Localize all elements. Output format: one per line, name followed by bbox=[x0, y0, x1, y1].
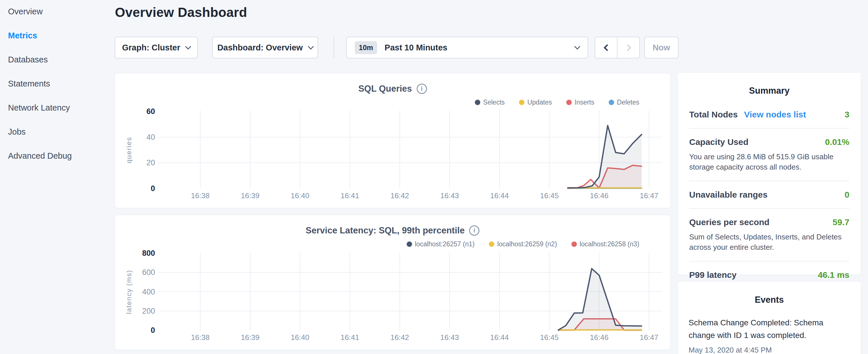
page-title: Overview Dashboard bbox=[115, 5, 247, 20]
svg-text:16:38: 16:38 bbox=[191, 333, 210, 342]
svg-text:16:40: 16:40 bbox=[290, 191, 309, 200]
graph-dropdown[interactable]: Graph: Cluster bbox=[115, 37, 198, 58]
chevron-right-icon bbox=[624, 44, 631, 51]
p99-latency-value: 46.1 ms bbox=[818, 270, 849, 280]
capacity-used-row: Capacity Used 0.01% bbox=[689, 137, 849, 147]
svg-text:0: 0 bbox=[151, 184, 155, 193]
event-entry-text: Schema Change Completed: Schema change w… bbox=[689, 317, 840, 342]
now-button-label: Now bbox=[652, 43, 670, 53]
total-nodes-value: 3 bbox=[844, 110, 849, 120]
svg-text:16:42: 16:42 bbox=[390, 333, 409, 342]
divider bbox=[689, 208, 849, 209]
queries-per-second-value: 59.7 bbox=[833, 217, 849, 227]
svg-text:20: 20 bbox=[147, 158, 155, 167]
now-button[interactable]: Now bbox=[644, 37, 679, 58]
sidebar-item-metrics[interactable]: Metrics bbox=[8, 31, 115, 40]
svg-text:16:41: 16:41 bbox=[340, 191, 359, 200]
svg-text:16:40: 16:40 bbox=[290, 333, 309, 342]
sidebar-item-advanced-debug[interactable]: Advanced Debug bbox=[8, 151, 115, 161]
svg-text:16:39: 16:39 bbox=[241, 333, 259, 342]
sidebar-item-statements[interactable]: Statements bbox=[8, 79, 115, 89]
divider bbox=[689, 128, 849, 129]
capacity-used-description: You are using 28.6 MiB of 515.9 GiB usab… bbox=[689, 152, 849, 172]
service-latency-chart-panel: Service Latency: SQL, 99th percentile i … bbox=[115, 215, 671, 350]
divider bbox=[689, 261, 849, 261]
prev-time-button[interactable] bbox=[595, 37, 617, 58]
unavailable-ranges-value: 0 bbox=[844, 190, 849, 200]
graph-dropdown-label: Graph: Cluster bbox=[122, 43, 180, 53]
chevron-left-icon bbox=[603, 44, 610, 51]
controls-divider bbox=[334, 37, 334, 58]
p99-latency-label: P99 latency bbox=[689, 270, 737, 280]
sidebar-item-databases[interactable]: Databases bbox=[8, 55, 115, 64]
dashboard-dropdown-label: Dashboard: Overview bbox=[217, 43, 303, 53]
svg-text:queries: queries bbox=[125, 137, 133, 164]
sql-queries-chart-panel: SQL Queries i SelectsUpdatesInsertsDelet… bbox=[115, 73, 671, 208]
total-nodes-label: Total Nodes bbox=[689, 110, 738, 120]
svg-text:16:44: 16:44 bbox=[490, 333, 509, 342]
events-title: Events bbox=[689, 295, 850, 305]
time-range-label: Past 10 Minutes bbox=[384, 43, 569, 53]
next-time-button[interactable] bbox=[617, 37, 639, 58]
sidebar-item-jobs[interactable]: Jobs bbox=[8, 127, 115, 137]
svg-text:40: 40 bbox=[147, 133, 155, 141]
divider bbox=[689, 181, 849, 181]
svg-text:0: 0 bbox=[151, 326, 155, 334]
summary-title: Summary bbox=[689, 86, 849, 96]
svg-text:16:46: 16:46 bbox=[590, 333, 608, 342]
svg-text:200: 200 bbox=[142, 307, 155, 315]
sidebar-item-network-latency[interactable]: Network Latency bbox=[8, 103, 115, 112]
unavailable-ranges-label: Unavailable ranges bbox=[689, 190, 767, 200]
svg-text:16:44: 16:44 bbox=[490, 191, 509, 200]
svg-text:16:47: 16:47 bbox=[640, 333, 658, 342]
svg-text:16:42: 16:42 bbox=[390, 191, 409, 200]
unavailable-ranges-row: Unavailable ranges 0 bbox=[689, 190, 849, 200]
chevron-down-icon bbox=[574, 43, 580, 49]
time-step-buttons bbox=[595, 37, 640, 58]
svg-text:16:39: 16:39 bbox=[241, 191, 259, 200]
svg-text:16:46: 16:46 bbox=[590, 191, 608, 200]
chart-plot[interactable]: 16:3816:3916:4016:4116:4216:4316:4416:45… bbox=[115, 215, 671, 350]
svg-text:800: 800 bbox=[142, 249, 155, 257]
events-panel: Events Schema Change Completed: Schema c… bbox=[677, 281, 861, 354]
app-root: Overview Metrics Databases Statements Ne… bbox=[0, 0, 868, 354]
event-entry-timestamp: May 13, 2020 at 4:45 PM bbox=[689, 346, 850, 354]
queries-per-second-row: Queries per second 59.7 bbox=[689, 217, 849, 227]
svg-text:latency (ms): latency (ms) bbox=[125, 270, 133, 314]
sidebar-item-overview[interactable]: Overview bbox=[8, 7, 115, 16]
time-range-picker[interactable]: 10m Past 10 Minutes bbox=[346, 37, 588, 58]
queries-per-second-description: Sum of Selects, Updates, Inserts, and De… bbox=[689, 232, 849, 252]
svg-text:600: 600 bbox=[142, 268, 155, 277]
svg-text:16:43: 16:43 bbox=[440, 191, 459, 200]
svg-text:60: 60 bbox=[147, 107, 155, 116]
view-nodes-list-link[interactable]: View nodes list bbox=[744, 110, 806, 120]
svg-text:16:38: 16:38 bbox=[191, 191, 210, 200]
svg-text:16:43: 16:43 bbox=[440, 333, 459, 342]
dashboard-dropdown[interactable]: Dashboard: Overview bbox=[212, 37, 318, 58]
chart-plot[interactable]: 16:3816:3916:4016:4116:4216:4316:4416:45… bbox=[115, 73, 671, 208]
chevron-down-icon bbox=[185, 43, 191, 49]
p99-latency-row: P99 latency 46.1 ms bbox=[689, 270, 849, 280]
capacity-used-label: Capacity Used bbox=[689, 137, 748, 147]
svg-text:16:45: 16:45 bbox=[540, 191, 559, 200]
sidebar: Overview Metrics Databases Statements Ne… bbox=[0, 0, 115, 354]
time-range-badge: 10m bbox=[355, 41, 377, 54]
svg-text:16:47: 16:47 bbox=[640, 191, 658, 200]
svg-text:400: 400 bbox=[142, 288, 155, 296]
chevron-down-icon bbox=[308, 43, 313, 49]
svg-text:16:45: 16:45 bbox=[540, 333, 559, 342]
total-nodes-row: Total Nodes View nodes list 3 bbox=[689, 110, 849, 120]
queries-per-second-label: Queries per second bbox=[689, 217, 769, 227]
capacity-used-value: 0.01% bbox=[825, 137, 849, 147]
svg-text:16:41: 16:41 bbox=[340, 333, 359, 342]
summary-panel: Summary Total Nodes View nodes list 3 Ca… bbox=[677, 72, 861, 275]
